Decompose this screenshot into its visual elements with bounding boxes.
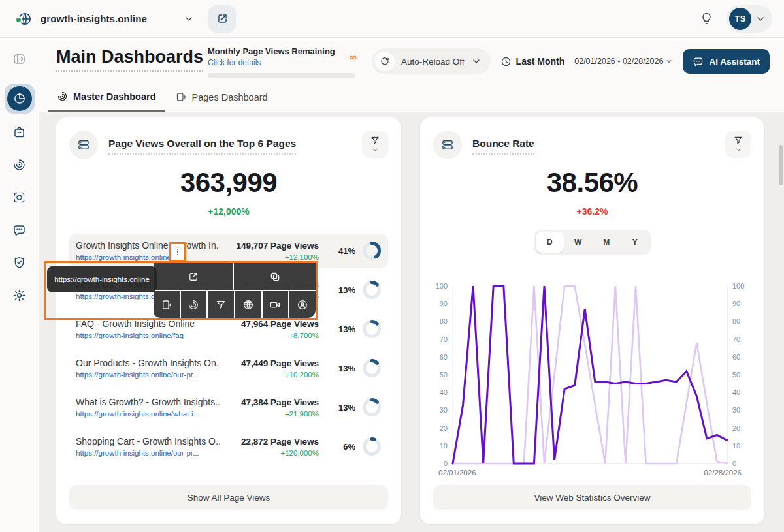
svg-text:0: 0 (444, 460, 448, 467)
view-web-statistics-button[interactable]: View Web Statistics Overview (433, 485, 751, 510)
page-views-stats: 47,384 Page Views +21,900% (220, 398, 319, 418)
svg-text:10: 10 (440, 442, 448, 450)
page-views-change: +12,100% (220, 253, 319, 261)
page-views-change: +8,700% (220, 332, 319, 339)
svg-text:50: 50 (732, 371, 740, 379)
page-views-change: +120,000% (220, 449, 319, 457)
page-views-stats: 47,964 Page Views +8,700% (220, 319, 319, 339)
date-range-chevron-down-icon (665, 57, 673, 65)
toolbar-action-video-camera[interactable] (263, 291, 289, 318)
bounce-rate-card: Bounce Rate 38.56% +36.2% DWMY 001010202… (420, 117, 764, 524)
open-in-new-icon (216, 12, 229, 25)
toolbar-action-filter-funnel[interactable] (208, 291, 234, 318)
domain-chevron-down-icon[interactable] (184, 14, 194, 24)
ai-assistant-label: AI Assistant (709, 57, 760, 67)
monthly-views-progressbar (208, 73, 355, 78)
sidebar-item-visits-spiral[interactable] (5, 150, 34, 179)
settings-gear-icon (12, 289, 26, 302)
reload-icon (375, 52, 395, 71)
auto-reload-label: Auto-Reload Off (401, 57, 465, 67)
master-dashboard-icon (57, 91, 68, 102)
page-share-percent: 6% (328, 442, 355, 452)
page-title: Main Dashboards (56, 47, 203, 72)
sidebar-item-chat-bubble[interactable] (5, 215, 34, 244)
pages-dashboard-icon (176, 91, 187, 102)
tab-master-dashboard[interactable]: Master Dashboard (48, 91, 165, 112)
svg-text:30: 30 (440, 406, 448, 414)
toolbar-action-profile-circle[interactable] (289, 291, 316, 318)
monthly-views-label: Monthly Page Views Remaining (208, 46, 357, 56)
toolbar-action-copy[interactable] (234, 263, 316, 290)
monthly-views-remaining-value: ∞ (350, 52, 357, 63)
focus-target-icon (12, 191, 26, 204)
vertical-scrollbar[interactable] (779, 145, 783, 185)
share-donut-chart (362, 398, 382, 417)
page-url-link[interactable]: https://growth-insights.online/faq (76, 332, 220, 339)
filter-button[interactable] (725, 131, 751, 158)
user-menu[interactable]: TS (727, 5, 772, 33)
page-views-row[interactable]: Shopping Cart - Growth Insights O... htt… (69, 430, 388, 463)
range-option-Y[interactable]: Y (621, 232, 649, 253)
video-camera-icon (269, 299, 281, 311)
sidebar-item-focus-target[interactable] (5, 183, 34, 211)
chat-bubble-icon (12, 223, 26, 237)
database-icon (433, 131, 462, 159)
avatar[interactable]: TS (729, 8, 751, 30)
ai-assistant-button[interactable]: AI Assistant (683, 49, 770, 74)
filter-button[interactable] (362, 131, 388, 158)
page-panel-icon (161, 299, 172, 311)
range-option-D[interactable]: D (536, 232, 564, 253)
tips-lightbulb-icon[interactable] (700, 12, 713, 25)
auto-reload-dropdown[interactable]: Auto-Reload Off (372, 48, 491, 74)
collapse-sidebar-icon (12, 52, 26, 66)
store-bag-icon (12, 125, 26, 139)
card-header: Page Views Overall on the Top 6 Pages (56, 117, 401, 159)
user-menu-chevron-down-icon[interactable] (755, 14, 766, 24)
monthly-page-views-widget: Monthly Page Views Remaining Click for d… (208, 46, 357, 78)
page-views-change: +21,900% (220, 410, 319, 418)
page-views-row[interactable]: What is Growth? - Growth Insights... htt… (69, 390, 388, 424)
sidebar-item-collapse-sidebar[interactable] (5, 44, 34, 73)
svg-text:30: 30 (732, 406, 740, 414)
open-site-button[interactable] (208, 5, 236, 33)
page-share-percent: 13% (328, 324, 355, 334)
page-views-row[interactable]: Our Products - Growth Insights On... htt… (69, 351, 388, 385)
total-page-views-change: +12,000% (56, 206, 401, 217)
page-views-stats: 22,872 Page Views +120,000% (220, 437, 319, 457)
domain-selector-label[interactable]: growth-insights.online (41, 13, 147, 24)
toolbar-action-visits-spiral[interactable] (181, 291, 207, 318)
page-share-percent: 13% (328, 285, 355, 295)
shield-check-icon (12, 256, 26, 270)
kebab-menu-icon[interactable] (172, 247, 183, 257)
page-url-link[interactable]: https://growth-insights.online/our-pr... (76, 371, 220, 379)
svg-text:70: 70 (732, 336, 740, 343)
tab-label: Pages Dashboard (192, 92, 268, 102)
svg-text:50: 50 (440, 371, 448, 379)
svg-text:90: 90 (732, 300, 740, 307)
sidebar-item-settings-gear[interactable] (5, 281, 34, 309)
page-views-card: Page Views Overall on the Top 6 Pages 36… (56, 117, 401, 524)
sidebar-item-dashboard-pie[interactable] (5, 84, 35, 114)
toolbar-action-page-panel[interactable] (154, 291, 180, 318)
click-for-details-link[interactable]: Click for details (208, 58, 357, 67)
topbar-right: TS (700, 5, 772, 33)
page-url-link[interactable]: https://growth-insights.online/what-i... (76, 410, 220, 418)
page-url-link[interactable]: https://growth-insights.online/our-pr... (76, 449, 220, 457)
page-views-value: 47,384 Page Views (220, 398, 319, 407)
toolbar-action-open-in-new[interactable] (154, 263, 233, 290)
page-share-percent: 13% (328, 364, 355, 373)
page-url-link[interactable]: https://growth-insights.online (76, 253, 220, 261)
sidebar-item-store-bag[interactable] (5, 117, 34, 146)
show-all-page-views-button[interactable]: Show All Page Views (69, 485, 388, 510)
range-option-W[interactable]: W (564, 232, 593, 253)
svg-text:100: 100 (436, 282, 448, 290)
range-option-M[interactable]: M (593, 232, 621, 253)
line-chart-svg: 0010102020303040405050606070708080909010… (433, 278, 751, 475)
svg-text:80: 80 (732, 317, 740, 325)
date-range-picker[interactable]: 02/01/2026 - 02/28/2026 (574, 57, 673, 66)
sidebar-item-shield-check[interactable] (5, 248, 34, 277)
status-dot (15, 16, 22, 23)
toolbar-action-globe[interactable] (235, 291, 261, 318)
svg-text:02/01/2026: 02/01/2026 (438, 469, 476, 475)
tab-pages-dashboard[interactable]: Pages Dashboard (167, 91, 276, 112)
